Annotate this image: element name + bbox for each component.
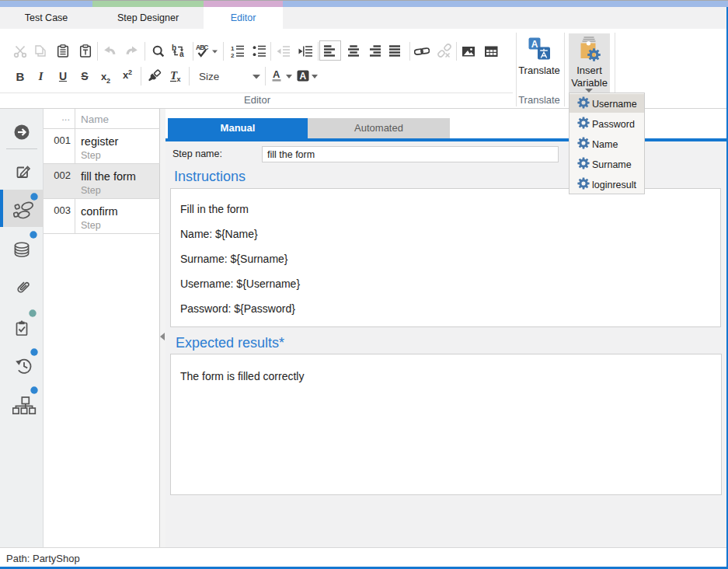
svg-text:A: A bbox=[531, 39, 538, 50]
svg-text:A: A bbox=[273, 68, 280, 80]
svg-text:1: 1 bbox=[231, 45, 235, 52]
svg-text:x: x bbox=[177, 75, 181, 83]
svg-text:2: 2 bbox=[231, 52, 235, 59]
svg-text:b: b bbox=[172, 44, 176, 52]
svg-text:ABC: ABC bbox=[196, 44, 209, 51]
svg-text:A: A bbox=[300, 71, 307, 82]
